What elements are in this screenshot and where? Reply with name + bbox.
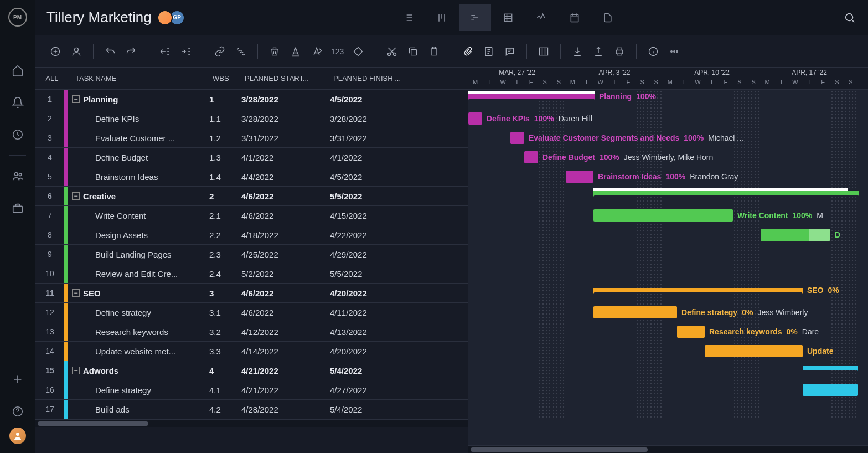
gantt-bar[interactable]: Research keywords0%Dare: [677, 326, 705, 338]
gantt-row[interactable]: [468, 361, 868, 380]
table-row[interactable]: 11 −SEO 3 4/6/2022 4/20/2022: [35, 284, 468, 303]
gantt-bar[interactable]: [803, 384, 858, 396]
table-row[interactable]: 4 Define Budget 1.3 4/1/2022 4/1/2022: [35, 148, 468, 167]
outdent-icon[interactable]: [158, 45, 172, 58]
gantt-row[interactable]: Planning100%: [468, 90, 868, 109]
unlink-icon[interactable]: [234, 45, 247, 58]
gantt-row[interactable]: [468, 264, 868, 284]
assign-icon[interactable]: [70, 45, 83, 58]
link-icon[interactable]: [213, 45, 226, 58]
table-row[interactable]: 2 Define KPIs 1.1 3/28/2022 3/28/2022: [35, 109, 468, 128]
gantt-row[interactable]: Define KPIs100%Daren Hill: [468, 109, 868, 128]
redo-icon[interactable]: [125, 45, 138, 58]
collapse-icon[interactable]: −: [72, 367, 80, 374]
notes-icon[interactable]: [482, 45, 495, 58]
table-row[interactable]: 3 Evaluate Customer ... 1.2 3/31/2022 3/…: [35, 128, 468, 148]
gantt-row[interactable]: [468, 380, 868, 400]
gantt-bar[interactable]: Update: [705, 345, 803, 357]
table-row[interactable]: 7 Write Content 2.1 4/6/2022 4/15/2022: [35, 206, 468, 225]
table-row[interactable]: 14 Update website met... 3.3 4/14/2022 4…: [35, 342, 468, 361]
indent-icon[interactable]: [179, 45, 193, 58]
table-row[interactable]: 5 Brainstorm Ideas 1.4 4/4/2022 4/5/2022: [35, 167, 468, 187]
table-row[interactable]: 12 Define strategy 3.1 4/6/2022 4/11/202…: [35, 303, 468, 322]
gantt-row[interactable]: Brainstorm Ideas100%Brandon Gray: [468, 167, 868, 187]
comments-icon[interactable]: [503, 45, 516, 58]
table-row[interactable]: 15 −Adwords 4 4/21/2022 5/4/2022: [35, 361, 468, 380]
calendar-view-tab[interactable]: [559, 4, 591, 31]
col-start[interactable]: PLANNED START...: [245, 74, 333, 83]
project-avatars[interactable]: GP: [161, 10, 185, 25]
file-view-tab[interactable]: [592, 4, 624, 31]
table-row[interactable]: 16 Define strategy 4.1 4/21/2022 4/27/20…: [35, 380, 468, 400]
search-icon[interactable]: [843, 11, 857, 25]
gantt-bar[interactable]: SEO0%: [593, 288, 803, 292]
collapse-icon[interactable]: −: [72, 95, 80, 103]
board-view-tab[interactable]: [426, 4, 458, 31]
gantt-row[interactable]: Research keywords0%Dare: [468, 322, 868, 342]
gantt-row[interactable]: Evaluate Customer Segments and Needs100%…: [468, 128, 868, 148]
gantt-row[interactable]: SEO0%: [468, 284, 868, 303]
table-row[interactable]: 6 −Creative 2 4/6/2022 5/5/2022: [35, 187, 468, 206]
trash-icon[interactable]: [268, 45, 281, 58]
dashboard-view-tab[interactable]: [525, 4, 557, 31]
gantt-scrollbar[interactable]: [468, 445, 868, 453]
gantt-bar[interactable]: D: [761, 229, 830, 241]
font-icon[interactable]: [289, 45, 302, 58]
gantt-bar[interactable]: Write Content100%M: [593, 209, 733, 222]
gantt-row[interactable]: Write Content100%M: [468, 206, 868, 225]
gantt-bar[interactable]: Planning100%: [468, 94, 595, 99]
gantt-row[interactable]: D: [468, 225, 868, 245]
gantt-row[interactable]: Update: [468, 342, 868, 361]
gantt-bar[interactable]: Define KPIs100%Daren Hill: [468, 112, 482, 125]
clear-format-icon[interactable]: [310, 45, 323, 58]
app-logo[interactable]: PM: [8, 8, 27, 27]
col-all[interactable]: ALL: [35, 74, 64, 83]
grid-scrollbar[interactable]: [35, 419, 468, 427]
gantt-row[interactable]: [468, 187, 868, 206]
collapse-icon[interactable]: −: [72, 192, 80, 200]
bell-icon[interactable]: [11, 95, 25, 110]
import-icon[interactable]: [571, 45, 584, 58]
copy-icon[interactable]: [406, 45, 420, 58]
gantt-bar[interactable]: Define Budget100%Jess Wimberly, Mike Hor…: [524, 151, 538, 163]
help-icon[interactable]: [11, 404, 25, 419]
add-icon[interactable]: [11, 372, 25, 387]
col-finish[interactable]: PLANNED FINISH ...: [333, 74, 422, 83]
attach-icon[interactable]: [461, 45, 474, 58]
table-row[interactable]: 10 Review and Edit Cre... 2.4 5/2/2022 5…: [35, 264, 468, 284]
columns-icon[interactable]: [537, 45, 550, 58]
more-icon[interactable]: [668, 45, 681, 58]
home-icon[interactable]: [11, 63, 25, 78]
gantt-bar[interactable]: Evaluate Customer Segments and Needs100%…: [510, 132, 524, 144]
export-icon[interactable]: [592, 45, 605, 58]
table-row[interactable]: 9 Build Landing Pages 2.3 4/25/2022 4/29…: [35, 245, 468, 264]
gantt-row[interactable]: Define Budget100%Jess Wimberly, Mike Hor…: [468, 148, 868, 167]
col-wbs[interactable]: WBS: [213, 74, 245, 83]
col-name[interactable]: TASK NAME: [69, 74, 213, 83]
table-row[interactable]: 8 Design Assets 2.2 4/18/2022 4/22/2022: [35, 225, 468, 245]
gantt-view-tab[interactable]: [459, 4, 491, 31]
table-row[interactable]: 17 Build ads 4.2 4/28/2022 5/4/2022: [35, 400, 468, 419]
gantt-bar[interactable]: [593, 191, 859, 195]
collapse-icon[interactable]: −: [72, 289, 80, 297]
team-icon[interactable]: [11, 169, 25, 183]
table-row[interactable]: 13 Research keywords 3.2 4/12/2022 4/13/…: [35, 322, 468, 342]
sheet-view-tab[interactable]: [492, 4, 524, 31]
gantt-row[interactable]: [468, 245, 868, 264]
print-icon[interactable]: [613, 45, 626, 58]
gantt-bar[interactable]: [803, 366, 858, 370]
user-avatar[interactable]: [9, 428, 26, 444]
gantt-bar[interactable]: Define strategy0%Jess Wimberly: [593, 306, 677, 318]
briefcase-icon[interactable]: [11, 201, 25, 215]
clock-icon[interactable]: [11, 127, 25, 142]
add-task-icon[interactable]: [49, 45, 62, 58]
gantt-chart[interactable]: MAR, 27 '22APR, 3 '22APR, 10 '22APR, 17 …: [468, 68, 868, 453]
info-icon[interactable]: [647, 45, 660, 58]
cut-icon[interactable]: [385, 45, 399, 58]
undo-icon[interactable]: [104, 45, 117, 58]
list-view-tab[interactable]: [392, 4, 425, 31]
milestone-icon[interactable]: [352, 45, 365, 58]
paste-icon[interactable]: [427, 45, 441, 58]
gantt-row[interactable]: [468, 400, 868, 419]
table-row[interactable]: 1 −Planning 1 3/28/2022 4/5/2022: [35, 90, 468, 109]
